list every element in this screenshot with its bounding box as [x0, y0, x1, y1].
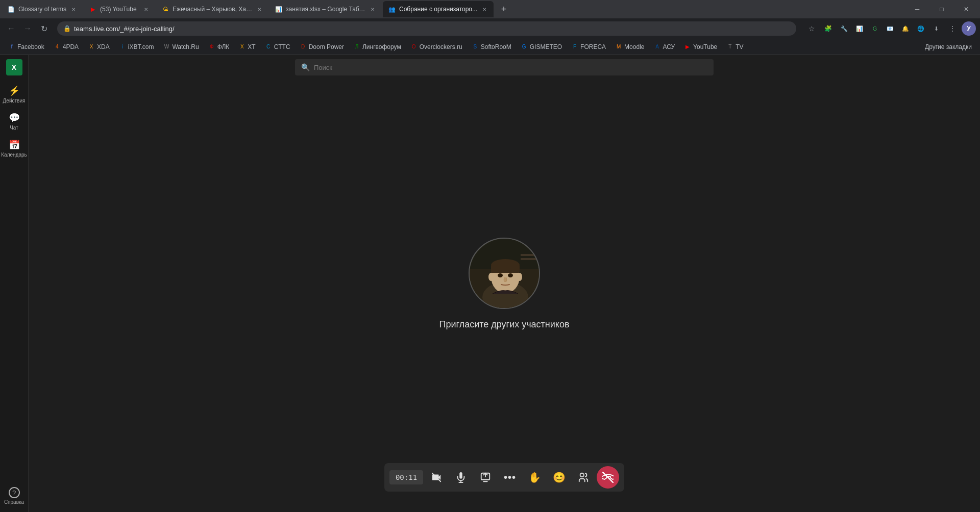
more-button[interactable]: ⋮: [945, 21, 960, 36]
reload-button[interactable]: ↻: [37, 21, 51, 36]
ext-icon-1[interactable]: 🔧: [837, 21, 851, 36]
tab-teams[interactable]: 👥 Собрание с организаторо... ✕: [383, 1, 494, 17]
svg-point-18: [580, 473, 584, 477]
close-window-button[interactable]: ✕: [954, 1, 978, 17]
tab-glossary[interactable]: 📄 Glossary of terms ✕: [2, 1, 83, 17]
sidebar-item-chat[interactable]: 💬 Чат: [2, 109, 27, 134]
svg-point-10: [488, 273, 494, 281]
svg-rect-7: [491, 265, 520, 273]
camera-off-button[interactable]: [425, 466, 448, 489]
back-button[interactable]: ←: [4, 21, 18, 36]
address-bar[interactable]: 🔒 teams.live.com/_#/pre-join-calling/: [57, 21, 796, 36]
bookmark-tv-label: TV: [736, 43, 743, 50]
bookmark-youtube[interactable]: ▶ YouTube: [680, 41, 721, 53]
tab-kharkiv-label: Ежечасный – Харьков, Харько...: [173, 6, 252, 13]
bookmark-softoroom-label: SoftoRooM: [481, 43, 511, 50]
ext-icon-7[interactable]: ⬇: [929, 21, 943, 36]
nav-bar: ← → ↻ 🔒 teams.live.com/_#/pre-join-calli…: [0, 18, 980, 39]
sidebar-help-label: Справка: [4, 499, 24, 505]
tab-sheets-close[interactable]: ✕: [369, 5, 377, 13]
ext-icon-4[interactable]: 📧: [883, 21, 897, 36]
bookmark-4pda[interactable]: 4 4PDA: [50, 41, 83, 53]
tv-favicon: T: [726, 43, 733, 50]
nav-actions: ☆ 🧩 🔧 📊 G 📧 🔔 🌐 ⬇ ⋮ У: [804, 21, 976, 36]
profile-avatar[interactable]: У: [962, 21, 976, 36]
bookmark-foreca-label: FORECA: [580, 43, 606, 50]
participant-avatar: [469, 238, 540, 309]
tab-teams-close[interactable]: ✕: [480, 5, 488, 13]
bookmarks-more-button[interactable]: Другие закладки: [921, 41, 976, 53]
maximize-button[interactable]: □: [930, 1, 953, 17]
bookmark-foreca[interactable]: F FORECA: [567, 41, 610, 53]
search-icon: 🔍: [301, 63, 310, 71]
ext-icon-6[interactable]: 🌐: [914, 21, 928, 36]
mic-button[interactable]: [450, 466, 472, 489]
new-tab-button[interactable]: +: [497, 2, 511, 16]
flk-favicon: Ф: [208, 43, 215, 50]
tab-sheets-label: занятия.xlsx – Google Таблицы: [286, 6, 365, 13]
sidebar-bottom: ? Справка: [2, 484, 27, 508]
sidebar-calendar-label: Календарь: [1, 152, 27, 158]
bookmark-gismeteo[interactable]: G GISMETEO: [517, 41, 566, 53]
help-icon: ?: [9, 487, 20, 498]
bookmark-moodle[interactable]: M Moodle: [611, 41, 648, 53]
bookmark-doom[interactable]: D Doom Power: [296, 41, 348, 53]
bookmark-asu[interactable]: А АСУ: [649, 41, 679, 53]
ext-icon-5[interactable]: 🔔: [898, 21, 913, 36]
facebook-favicon: f: [8, 43, 15, 50]
ext-icon-2[interactable]: 📊: [852, 21, 867, 36]
end-call-icon: [602, 472, 614, 483]
doom-favicon: D: [300, 43, 307, 50]
foreca-favicon: F: [571, 43, 578, 50]
lock-icon: 🔒: [63, 25, 71, 32]
bookmark-lingvo[interactable]: Л Лингвофорум: [349, 41, 405, 53]
bookmark-ixbt[interactable]: i iXBT.com: [115, 41, 158, 53]
bookmark-ixbt-label: iXBT.com: [128, 43, 154, 50]
sidebar-item-help[interactable]: ? Справка: [2, 484, 27, 508]
bookmark-xda[interactable]: X XDA: [84, 41, 114, 53]
reactions-icon: 😊: [553, 471, 566, 483]
more-options-icon: •••: [504, 472, 516, 483]
tab-youtube[interactable]: ▶ (53) YouTube ✕: [84, 1, 155, 17]
bookmark-watchru[interactable]: W Watch.Ru: [159, 41, 203, 53]
calendar-icon: 📅: [8, 139, 20, 151]
ixbt-favicon: i: [119, 43, 126, 50]
bookmark-cttc[interactable]: С CТTC: [261, 41, 295, 53]
bookmark-facebook[interactable]: f Facebook: [4, 41, 48, 53]
participants-button[interactable]: [572, 466, 595, 489]
browser-chrome: 📄 Glossary of terms ✕ ▶ (53) YouTube ✕ 🌤…: [0, 0, 980, 55]
raise-hand-button[interactable]: ✋: [523, 466, 546, 489]
share-button[interactable]: [474, 466, 497, 489]
back-icon: ←: [7, 24, 15, 33]
sidebar-item-activity[interactable]: ⚡ Действия: [2, 82, 27, 107]
bookmark-star-button[interactable]: ☆: [804, 21, 819, 36]
tab-kharkiv-close[interactable]: ✕: [255, 5, 263, 13]
tab-kharkiv[interactable]: 🌤 Ежечасный – Харьков, Харько... ✕: [156, 1, 268, 17]
end-call-button[interactable]: [597, 466, 619, 489]
bookmark-flk[interactable]: Ф ФЛК: [204, 41, 234, 53]
bookmark-watchru-label: Watch.Ru: [172, 43, 199, 50]
minimize-button[interactable]: ─: [905, 1, 929, 17]
tab-sheets[interactable]: 📊 занятия.xlsx – Google Таблицы ✕: [270, 1, 382, 17]
sidebar-item-calendar[interactable]: 📅 Календарь: [2, 136, 27, 161]
bookmark-xt[interactable]: X XT: [234, 41, 259, 53]
extensions-button[interactable]: 🧩: [821, 21, 835, 36]
bookmark-xda-label: XDA: [97, 43, 110, 50]
tab-youtube-close[interactable]: ✕: [142, 5, 150, 13]
reactions-button[interactable]: 😊: [548, 466, 570, 489]
bookmark-cttc-label: CТTC: [274, 43, 290, 50]
ext-icon-3[interactable]: G: [868, 21, 882, 36]
more-options-button[interactable]: •••: [499, 466, 521, 489]
bookmark-xt-label: XT: [248, 43, 255, 50]
forward-button[interactable]: →: [20, 21, 35, 36]
svg-rect-12: [521, 254, 538, 256]
bookmark-tv[interactable]: T TV: [722, 41, 747, 53]
moodle-favicon: M: [615, 43, 622, 50]
tab-glossary-close[interactable]: ✕: [69, 5, 78, 13]
address-text: teams.live.com/_#/pre-join-calling/: [74, 25, 175, 33]
bookmark-overclockers[interactable]: O Overclockers.ru: [406, 41, 467, 53]
teams-search-bar[interactable]: 🔍 Поиск: [295, 59, 714, 75]
bookmark-softoroom[interactable]: S SoftoRooM: [468, 41, 516, 53]
participants-icon: [578, 472, 589, 483]
bookmark-doom-label: Doom Power: [309, 43, 344, 50]
